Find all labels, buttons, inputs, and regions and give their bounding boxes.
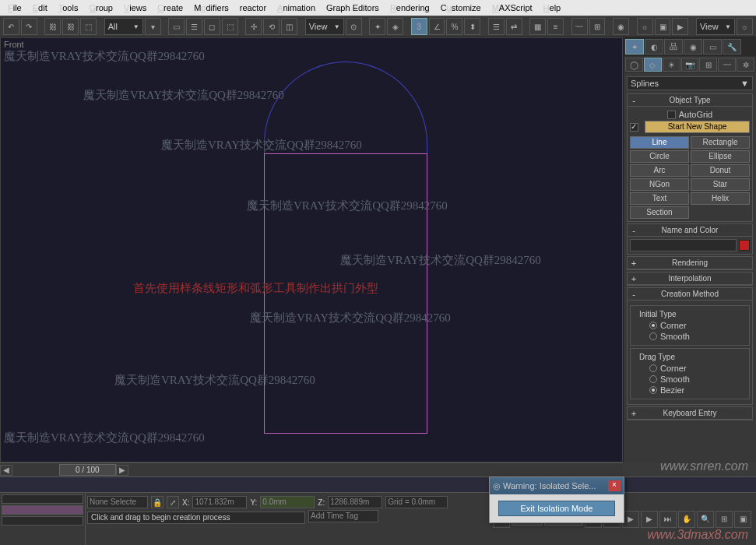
ref-coord-system[interactable]: View▼ bbox=[305, 18, 344, 35]
render-frame-icon[interactable]: ▣ bbox=[655, 18, 671, 35]
rollout-header[interactable]: +Interpolation bbox=[628, 272, 752, 285]
donut-button[interactable]: Donut bbox=[691, 164, 750, 177]
ellipse-button[interactable]: Ellipse bbox=[691, 150, 750, 163]
scale-icon[interactable]: ◫ bbox=[281, 18, 297, 35]
line-button[interactable]: Line bbox=[630, 136, 689, 149]
menu-tools[interactable]: Tools bbox=[54, 2, 83, 14]
time-slider[interactable]: ◀ 0 / 100 ▶ bbox=[0, 462, 623, 476]
exit-isolation-button[interactable]: Exit Isolation Mode bbox=[498, 501, 615, 516]
close-icon[interactable]: × bbox=[608, 480, 621, 491]
goto-end-icon[interactable]: ⏭ bbox=[659, 511, 677, 528]
mini-listener[interactable] bbox=[2, 494, 83, 504]
autogrid-checkbox[interactable] bbox=[667, 111, 676, 119]
rollout-header[interactable]: -Creation Method bbox=[628, 288, 752, 301]
render-view[interactable]: View▼ bbox=[696, 18, 735, 35]
initial-corner-radio[interactable] bbox=[649, 322, 657, 329]
bind-icon[interactable]: ⬚ bbox=[80, 18, 97, 35]
section-button[interactable]: Section bbox=[630, 206, 689, 219]
menu-group[interactable]: Group bbox=[84, 2, 118, 14]
menu-help[interactable]: Help bbox=[539, 2, 566, 14]
ngon-button[interactable]: NGon bbox=[630, 178, 689, 191]
lock-icon[interactable]: 🔒 bbox=[151, 496, 164, 508]
next-icon[interactable]: ▶ bbox=[641, 511, 658, 528]
material-icon[interactable]: ◉ bbox=[613, 18, 629, 35]
redo-icon[interactable]: ↷ bbox=[21, 18, 37, 35]
z-coord-field[interactable]: 1286.889m bbox=[328, 496, 382, 508]
next-frame-icon[interactable]: ▶ bbox=[116, 465, 128, 476]
hierarchy-tab-icon[interactable]: 品 bbox=[664, 39, 683, 54]
menu-reactor[interactable]: reactor bbox=[235, 2, 271, 14]
drag-bezier-radio[interactable] bbox=[649, 386, 657, 394]
startnewshape-button[interactable]: Start New Shape bbox=[645, 121, 750, 133]
select-name-icon[interactable]: ☰ bbox=[186, 18, 202, 35]
abs-rel-icon[interactable]: ⤢ bbox=[167, 496, 179, 508]
undo-icon[interactable]: ↶ bbox=[3, 18, 19, 35]
menu-file[interactable]: File bbox=[3, 2, 26, 14]
color-swatch[interactable] bbox=[739, 240, 750, 251]
mirror-icon[interactable]: ⇄ bbox=[506, 18, 522, 35]
category-dropdown[interactable]: Splines▼ bbox=[627, 76, 753, 90]
dialog-titlebar[interactable]: ◎Warning: Isolated Sele... × bbox=[490, 477, 624, 494]
initial-smooth-radio[interactable] bbox=[649, 332, 657, 340]
rollout-header[interactable]: -Object Type bbox=[628, 94, 752, 107]
align-icon[interactable]: ▦ bbox=[529, 18, 546, 35]
lights-icon[interactable]: ☀ bbox=[663, 58, 680, 72]
startnewshape-checkbox[interactable] bbox=[630, 123, 638, 132]
frame-display[interactable]: 0 / 100 bbox=[59, 464, 116, 476]
named-sel-icon[interactable]: ☰ bbox=[488, 18, 505, 35]
modify-tab-icon[interactable]: ◐ bbox=[645, 39, 663, 54]
pivot-icon[interactable]: ⊙ bbox=[346, 18, 362, 35]
motion-tab-icon[interactable]: ◉ bbox=[684, 39, 702, 54]
keymode-icon[interactable]: ◈ bbox=[387, 18, 403, 35]
layers-icon[interactable]: ≡ bbox=[547, 18, 564, 35]
manip-icon[interactable]: ✦ bbox=[369, 18, 385, 35]
snap-icon[interactable]: 3 bbox=[411, 18, 427, 35]
object-name-field[interactable] bbox=[630, 239, 737, 251]
systems-icon[interactable]: ✲ bbox=[737, 58, 754, 72]
curve-editor-icon[interactable]: 〰 bbox=[571, 18, 588, 35]
macro-recorder[interactable] bbox=[2, 505, 83, 515]
window-crossing-icon[interactable]: ⬚ bbox=[222, 18, 238, 35]
rotate-icon[interactable]: ⟲ bbox=[263, 18, 280, 35]
circle-button[interactable]: Circle bbox=[630, 150, 689, 163]
select-region-icon[interactable]: ◻ bbox=[204, 18, 220, 35]
helpers-icon[interactable]: ⊞ bbox=[699, 58, 717, 72]
viewport-front[interactable]: Front 魔天制造VRAY技术交流QQ群29842760 魔天制造VRAY技术… bbox=[0, 37, 623, 462]
drag-corner-radio[interactable] bbox=[649, 364, 657, 372]
menu-maxscript[interactable]: MAXScript bbox=[487, 2, 537, 14]
zoom-extents-icon[interactable]: ⊞ bbox=[716, 511, 733, 528]
time-tag[interactable]: Add Time Tag bbox=[308, 510, 378, 522]
selection-filter[interactable]: All▼ bbox=[104, 18, 143, 35]
link-icon[interactable]: ⛓ bbox=[44, 18, 61, 35]
zoom-icon[interactable]: 🔍 bbox=[697, 511, 714, 528]
quick-render-icon[interactable]: ▶ bbox=[672, 18, 688, 35]
geometry-icon[interactable]: ◯ bbox=[625, 58, 643, 72]
helix-button[interactable]: Helix bbox=[691, 192, 750, 205]
menu-rendering[interactable]: Rendering bbox=[385, 2, 434, 14]
spacewarps-icon[interactable]: 〰 bbox=[718, 58, 736, 72]
mini-listener2[interactable] bbox=[2, 516, 83, 526]
angle-snap-icon[interactable]: ∠ bbox=[429, 18, 445, 35]
menu-edit[interactable]: Edit bbox=[28, 2, 52, 14]
render-setup-icon[interactable]: ☼ bbox=[637, 18, 653, 35]
schematic-icon[interactable]: ⊞ bbox=[589, 18, 606, 35]
menu-modifiers[interactable]: Modifiers bbox=[189, 2, 234, 14]
cameras-icon[interactable]: 📷 bbox=[681, 58, 699, 72]
menu-create[interactable]: Create bbox=[153, 2, 188, 14]
menu-grapheditors[interactable]: Graph Editors bbox=[322, 2, 384, 14]
maximize-icon[interactable]: ▣ bbox=[734, 511, 751, 528]
play-icon[interactable]: ▶ bbox=[622, 511, 639, 528]
select-icon[interactable]: ▭ bbox=[168, 18, 185, 35]
y-coord-field[interactable]: 0.0mm bbox=[260, 496, 315, 508]
drag-smooth-radio[interactable] bbox=[649, 375, 657, 383]
pan-icon[interactable]: ✋ bbox=[678, 511, 695, 528]
unlink-icon[interactable]: ⛓ bbox=[62, 18, 79, 35]
utilities-tab-icon[interactable]: 🔧 bbox=[723, 39, 741, 54]
spinner-snap-icon[interactable]: ⬍ bbox=[464, 18, 480, 35]
track-bar[interactable] bbox=[0, 476, 756, 492]
arc-button[interactable]: Arc bbox=[630, 164, 689, 177]
create-tab-icon[interactable]: ✦ bbox=[625, 39, 644, 54]
rollout-header[interactable]: +Rendering bbox=[628, 257, 752, 269]
menu-animation[interactable]: Animation bbox=[273, 2, 320, 14]
filter-toggle-icon[interactable]: ▾ bbox=[145, 18, 161, 35]
